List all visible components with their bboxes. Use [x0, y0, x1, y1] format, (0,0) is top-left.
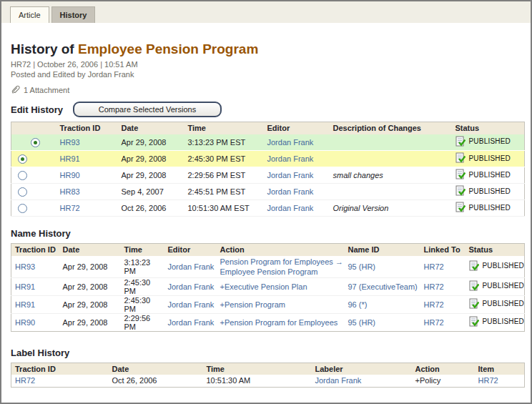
editor-link[interactable]: Jordan Frank	[267, 138, 314, 147]
label-history-row: HR72 Oct 26, 2006 10:51:30 AM Jordan Fra…	[11, 375, 525, 387]
name-date: Apr 29, 2008	[59, 313, 121, 331]
edit-date: Apr 29, 2008	[122, 167, 188, 184]
name-date: Apr 29, 2008	[59, 295, 121, 313]
col-header-time: Time	[121, 244, 164, 256]
edit-history-row: HR91 Apr 29, 2008 2:45:30 PM EST Jordan …	[11, 151, 525, 167]
compare-selected-versions-button[interactable]: Compare Selected Versions	[73, 102, 222, 117]
status-badge: PUBLISHED	[469, 204, 511, 212]
traction-id-link[interactable]: HR90	[15, 318, 35, 327]
name-action-link[interactable]: +Executive Pension Plan	[220, 282, 307, 291]
edit-description: Original Version	[333, 200, 455, 217]
col-header-editor: Editor	[164, 244, 217, 256]
name-id-link[interactable]: 97 (ExecutiveTeam)	[348, 282, 418, 291]
label-date: Oct 26, 2006	[109, 375, 203, 387]
published-document-check-icon	[469, 316, 479, 327]
version-compare-radio[interactable]	[18, 171, 27, 180]
published-document-check-icon	[469, 260, 479, 272]
editor-link[interactable]: Jordan Frank	[168, 300, 215, 309]
edit-history-header-row: Traction ID Date Time Editor Description…	[11, 122, 525, 134]
edit-date: Oct 26, 2006	[122, 200, 188, 217]
item-link[interactable]: HR72	[478, 376, 498, 385]
col-header-traction-id: Traction ID	[11, 244, 59, 256]
name-history-row: HR91 Apr 29, 2008 2:45:30 PM Jordan Fran…	[11, 295, 525, 313]
version-compare-radio[interactable]	[18, 154, 27, 164]
published-document-check-icon	[455, 152, 466, 164]
tab-article[interactable]: Article	[10, 6, 49, 23]
page-title-article-name: Employee Pension Program	[78, 41, 258, 56]
editor-link[interactable]: Jordan Frank	[267, 154, 314, 163]
name-time: 2:45:30 PM	[121, 295, 164, 313]
name-history-row: HR91 Apr 29, 2008 2:45:30 PM Jordan Fran…	[11, 277, 525, 295]
editor-link[interactable]: Jordan Frank	[267, 204, 314, 212]
name-id-link[interactable]: 95 (HR)	[348, 318, 376, 327]
edit-history-row: HR83 Sep 4, 2007 2:45:51 PM EST Jordan F…	[11, 184, 525, 200]
published-document-check-icon	[455, 202, 466, 213]
edit-description: small changes	[333, 167, 455, 184]
editor-link[interactable]: Jordan Frank	[168, 262, 215, 271]
col-header-time: Time	[188, 122, 267, 134]
traction-id-link[interactable]: HR93	[15, 262, 35, 271]
col-header-traction-id: Traction ID	[60, 122, 122, 134]
edit-history-table: Traction ID Date Time Editor Description…	[11, 122, 525, 217]
traction-id-link[interactable]: HR72	[15, 376, 35, 385]
attachment-count-label: 1 Attachment	[24, 86, 69, 94]
name-id-link[interactable]: 95 (HR)	[348, 262, 376, 271]
article-meta-line1: HR72 | October 26, 2006 | 10:51 AM	[11, 60, 523, 69]
name-action-link[interactable]: Pension Program for Employees → Employee…	[220, 257, 343, 276]
edit-date: Sep 4, 2007	[122, 184, 188, 200]
status-badge: PUBLISHED	[483, 317, 525, 325]
status-badge: PUBLISHED	[483, 262, 525, 270]
name-action-link[interactable]: +Pension Program for Employees	[220, 318, 338, 327]
status-badge: PUBLISHED	[483, 300, 525, 307]
edit-time: 2:45:51 PM EST	[188, 184, 267, 200]
edit-history-row: HR72 Oct 26, 2006 10:51:30 AM EST Jordan…	[11, 200, 525, 217]
edit-description	[333, 134, 455, 151]
attachment-row[interactable]: 1 Attachment	[11, 84, 523, 96]
labeler-link[interactable]: Jordan Frank	[315, 376, 362, 385]
radio-column-header	[11, 122, 60, 134]
editor-link[interactable]: Jordan Frank	[267, 187, 314, 196]
traction-id-link[interactable]: HR90	[60, 171, 80, 179]
col-header-status: Status	[466, 244, 525, 256]
paperclip-icon	[11, 84, 20, 96]
linked-to-link[interactable]: HR72	[424, 262, 444, 271]
edit-description	[333, 151, 455, 167]
name-time: 2:45:30 PM	[121, 277, 164, 295]
label-history-heading: Label History	[11, 348, 523, 358]
tab-bar: Article History	[1, 1, 531, 23]
published-document-check-icon	[455, 136, 466, 147]
linked-to-link[interactable]: HR72	[424, 282, 444, 291]
version-compare-radio[interactable]	[31, 138, 40, 147]
version-compare-radio[interactable]	[18, 204, 27, 213]
col-header-action: Action	[412, 363, 475, 375]
editor-link[interactable]: Jordan Frank	[168, 282, 215, 291]
tab-history[interactable]: History	[51, 6, 96, 23]
version-compare-radio[interactable]	[18, 187, 27, 197]
status-badge: PUBLISHED	[469, 171, 511, 179]
col-header-description: Description of Changes	[333, 122, 455, 134]
col-header-labeler: Labeler	[312, 363, 412, 375]
edit-history-row: HR90 Apr 29, 2008 2:29:56 PM EST Jordan …	[11, 167, 525, 184]
editor-link[interactable]: Jordan Frank	[168, 318, 215, 327]
edit-time: 10:51:30 AM EST	[188, 200, 267, 217]
name-history-header-row: Traction ID Date Time Editor Action Name…	[11, 244, 525, 256]
name-date: Apr 29, 2008	[59, 277, 121, 295]
name-history-table: Traction ID Date Time Editor Action Name…	[11, 243, 525, 332]
traction-id-link[interactable]: HR91	[15, 282, 35, 291]
page-title: History of Employee Pension Program	[11, 41, 523, 57]
name-history-row: HR93 Apr 29, 2008 3:13:23 PM Jordan Fran…	[11, 256, 525, 278]
traction-id-link[interactable]: HR91	[15, 300, 35, 309]
name-action-link[interactable]: +Pension Program	[220, 300, 285, 309]
linked-to-link[interactable]: HR72	[424, 300, 444, 309]
col-header-editor: Editor	[267, 122, 333, 134]
name-date: Apr 29, 2008	[59, 256, 121, 278]
col-header-time: Time	[203, 363, 312, 375]
linked-to-link[interactable]: HR72	[424, 318, 444, 327]
editor-link[interactable]: Jordan Frank	[267, 171, 314, 179]
traction-id-link[interactable]: HR91	[60, 154, 80, 163]
traction-id-link[interactable]: HR93	[60, 138, 80, 147]
traction-id-link[interactable]: HR72	[60, 204, 80, 212]
name-time: 3:13:23 PM	[121, 256, 164, 278]
traction-id-link[interactable]: HR83	[60, 187, 80, 196]
name-id-link[interactable]: 96 (*)	[348, 300, 368, 309]
